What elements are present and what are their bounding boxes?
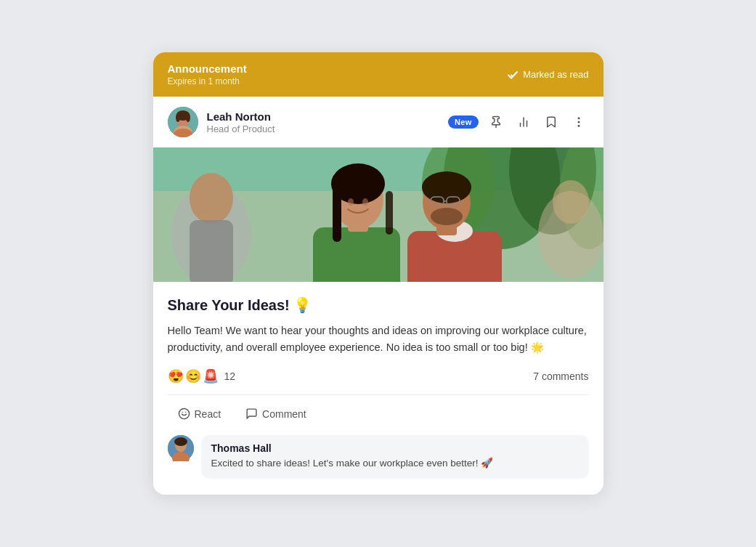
announcement-banner: Announcement Expires in 1 month Marked a… (153, 52, 603, 97)
bookmark-button[interactable] (541, 112, 561, 132)
svg-point-30 (362, 198, 368, 206)
post-body: Hello Team! We want to hear your thought… (168, 323, 589, 356)
comments-count: 7 comments (533, 370, 588, 382)
react-icon (178, 408, 190, 421)
author-row: Leah Norton Head of Product New (153, 97, 603, 147)
svg-point-21 (190, 173, 233, 224)
svg-rect-28 (386, 191, 393, 235)
action-buttons: React Comment (168, 395, 589, 436)
svg-point-13 (578, 126, 580, 127)
comment-button[interactable]: Comment (235, 402, 317, 426)
svg-point-12 (578, 122, 580, 123)
comment-avatar (168, 435, 194, 461)
author-actions: New (448, 112, 589, 132)
svg-rect-22 (190, 220, 233, 282)
svg-point-41 (553, 180, 589, 224)
comment-section: Thomas Hall Excited to share ideas! Let'… (168, 435, 589, 482)
emoji-happy: 😊 (185, 368, 201, 384)
announcement-subtitle: Expires in 1 month (168, 76, 247, 86)
announcement-title: Announcement (168, 62, 247, 75)
post-title: Share Your Ideas! 💡 (168, 296, 589, 314)
check-icon (507, 69, 519, 81)
comment-icon (245, 408, 258, 421)
svg-point-29 (348, 198, 354, 206)
hero-image (153, 147, 603, 282)
svg-rect-23 (313, 227, 400, 282)
emoji-fire: 🚨 (203, 368, 219, 384)
avatar (168, 107, 198, 137)
marked-as-read-label: Marked as read (523, 69, 588, 80)
svg-rect-27 (333, 184, 341, 242)
comment-author-name: Thomas Hall (211, 442, 579, 454)
author-details: Leah Norton Head of Product (207, 110, 275, 134)
post-content: Share Your Ideas! 💡 Hello Team! We want … (153, 282, 603, 494)
marked-as-read[interactable]: Marked as read (507, 69, 588, 81)
comment-bubble: Thomas Hall Excited to share ideas! Let'… (201, 435, 589, 478)
pin-button[interactable] (486, 112, 506, 132)
svg-point-4 (176, 113, 180, 122)
svg-point-47 (174, 437, 187, 446)
more-button[interactable] (569, 112, 589, 132)
svg-point-36 (431, 208, 463, 225)
react-label: React (195, 408, 221, 420)
comment-label: Comment (262, 408, 306, 420)
react-button[interactable]: React (168, 402, 232, 426)
emoji-love: 😍 (168, 368, 184, 384)
comment-item: Thomas Hall Excited to share ideas! Let'… (168, 435, 589, 478)
reaction-count: 12 (224, 370, 236, 382)
post-card: Announcement Expires in 1 month Marked a… (153, 52, 603, 494)
hero-scene (153, 147, 603, 282)
announcement-left: Announcement Expires in 1 month (168, 62, 247, 86)
emoji-group: 😍 😊 🚨 (168, 368, 219, 384)
author-info: Leah Norton Head of Product (168, 107, 275, 137)
author-name: Leah Norton (207, 110, 275, 123)
svg-point-11 (578, 118, 580, 119)
reactions-row: 😍 😊 🚨 12 7 comments (168, 368, 589, 395)
new-badge: New (448, 116, 479, 129)
svg-point-3 (186, 113, 190, 122)
author-role: Head of Product (207, 123, 275, 134)
chart-button[interactable] (513, 112, 534, 132)
svg-point-42 (179, 409, 189, 419)
reactions-left: 😍 😊 🚨 12 (168, 368, 236, 384)
comment-text: Excited to share ideas! Let's make our w… (211, 456, 579, 471)
